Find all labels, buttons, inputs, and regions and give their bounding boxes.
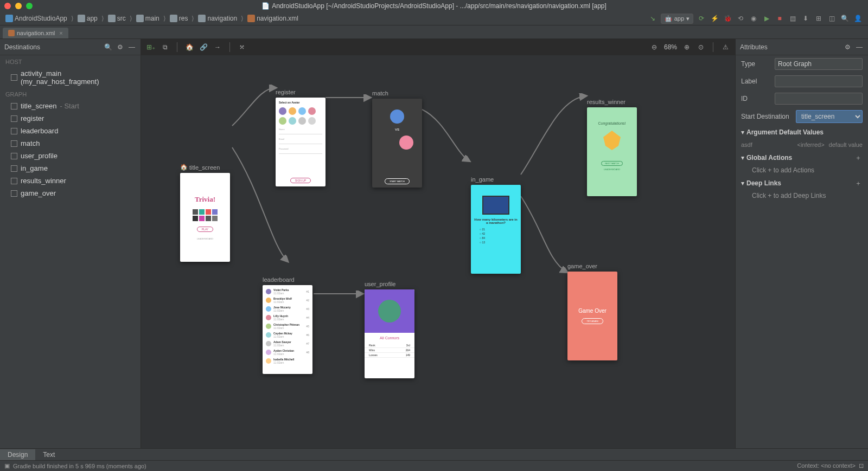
dest-game-over[interactable]: game_over Game Over TRY AGAIN <box>567 263 617 360</box>
start-destination-select[interactable]: title_screen <box>796 110 863 123</box>
statusbar: ▣Gradle build finished in 5 s 969 ms (mo… <box>0 460 868 471</box>
graph-item-game-over[interactable]: game_over <box>0 187 141 199</box>
auto-arrange-icon[interactable]: ⤱ <box>238 43 246 51</box>
tab-label: navigation.xml <box>17 30 55 36</box>
context-label[interactable]: Context: <no context> <box>797 462 856 469</box>
attr-type: Type <box>736 55 868 73</box>
window-title: 📄AndroidStudioApp [~/AndroidStudioProjec… <box>261 2 607 10</box>
stop-icon[interactable]: ■ <box>775 14 784 23</box>
type-input <box>775 58 863 70</box>
sdk-icon[interactable]: ⬇ <box>801 14 810 23</box>
destinations-header: Destinations 🔍 ⚙ — <box>0 39 141 55</box>
label-input[interactable] <box>775 75 863 87</box>
nested-graph-icon[interactable]: ⧉ <box>161 43 169 51</box>
zoom-out-icon[interactable]: ⊖ <box>650 43 659 51</box>
dest-leaderboard[interactable]: leaderboard Violet Parks11:02am#1Brookly… <box>263 276 312 374</box>
titlebar: 📄AndroidStudioApp [~/AndroidStudioProjec… <box>0 0 868 12</box>
hide-attributes-icon[interactable]: — <box>855 43 864 51</box>
dest-register[interactable]: register Select an Avatar Name Email Pas… <box>276 89 326 186</box>
action-icon[interactable]: → <box>213 43 222 51</box>
close-tab-icon[interactable]: × <box>59 30 62 36</box>
close-window[interactable] <box>4 3 11 9</box>
gear-icon[interactable]: ⚙ <box>116 43 124 51</box>
section-argdef[interactable]: Argument Default Values <box>736 126 868 139</box>
graph-item-results-winner[interactable]: results_winner <box>0 175 141 187</box>
home-icon[interactable]: 🏠 <box>185 43 194 51</box>
attr-start: Start Destinationtitle_screen <box>736 107 868 126</box>
attributes-header: Attributes ⚙ — <box>736 39 868 55</box>
crumb-src[interactable]: src <box>108 15 126 22</box>
add-destination-icon[interactable]: ⊞₊ <box>146 43 155 51</box>
search-icon[interactable]: 🔍 <box>840 14 850 23</box>
sync-icon[interactable]: ⟳ <box>697 14 706 23</box>
xml-icon <box>8 30 15 36</box>
section-global-actions[interactable]: Global Actions＋ <box>736 151 868 165</box>
crumb-res[interactable]: res <box>170 15 188 22</box>
run-icon[interactable]: ⚡ <box>710 14 719 23</box>
crumb-app[interactable]: app <box>78 15 98 22</box>
graph-item-user-profile[interactable]: user_profile <box>0 150 141 162</box>
window-controls <box>4 3 33 9</box>
search-destinations-icon[interactable]: 🔍 <box>104 43 112 51</box>
graph-item-leaderboard[interactable]: leaderboard <box>0 125 141 137</box>
warnings-icon[interactable]: ⚠ <box>721 43 730 51</box>
dest-match[interactable]: match VS START MATCH <box>372 90 422 188</box>
canvas: ⊞₊ ⧉ 🏠 🔗 → ⤱ ⊖ 68% ⊕ ⊙ ⚠ <box>141 39 735 448</box>
maximize-window[interactable] <box>26 3 33 9</box>
crumb-file[interactable]: navigation.xml <box>247 15 298 22</box>
graph-item-register[interactable]: register <box>0 112 141 125</box>
add-action-icon[interactable]: ＋ <box>854 153 863 162</box>
attr-id: ID <box>736 90 868 107</box>
add-deeplink-icon[interactable]: ＋ <box>854 179 863 188</box>
tab-navigation-xml[interactable]: navigation.xml × <box>3 28 68 38</box>
attr-label: Label <box>736 73 868 90</box>
crumb-navigation[interactable]: navigation <box>198 15 237 22</box>
attach-icon[interactable]: ▶ <box>762 14 771 23</box>
tab-text[interactable]: Text <box>35 449 62 460</box>
profiler-icon[interactable]: ⟲ <box>736 14 745 23</box>
goto-icon[interactable]: ⊡ <box>859 462 864 469</box>
argdef-header-row: asdf<inferred>default value <box>736 139 868 151</box>
graph-item-match[interactable]: match <box>0 137 141 150</box>
crumb-main[interactable]: main <box>136 15 159 22</box>
home-icon: 🏠 <box>180 164 188 171</box>
dest-user-profile[interactable]: user_profile Ali Connors Rank3rd Wins264… <box>365 281 414 378</box>
dest-title-screen[interactable]: 🏠title_screen Trivia! PLAY LEADERBOARD <box>180 164 230 262</box>
nav-canvas[interactable]: 🏠title_screen Trivia! PLAY LEADERBOARD r… <box>141 55 735 448</box>
coverage-icon[interactable]: ◉ <box>749 14 758 23</box>
zoom-fit-icon[interactable]: ⊙ <box>697 43 705 51</box>
destinations-panel: Destinations 🔍 ⚙ — HOST activity_main (m… <box>0 39 141 448</box>
debug-icon[interactable]: 🐞 <box>723 14 732 23</box>
graph-item-in-game[interactable]: in_game <box>0 162 141 175</box>
crumb-project[interactable]: AndroidStudioApp <box>5 15 67 22</box>
structure-icon[interactable]: ⊞ <box>814 14 824 23</box>
avd-icon[interactable]: ▤ <box>788 14 797 23</box>
minimize-window[interactable] <box>15 3 22 9</box>
settings-icon[interactable]: ⚙ <box>843 43 852 51</box>
breadcrumb: AndroidStudioApp app src main res naviga… <box>5 15 298 22</box>
build-icon[interactable]: ↘ <box>648 14 658 23</box>
main-toolbar: ↘ 🤖app ▾ ⟳ ⚡ 🐞 ⟲ ◉ ▶ ■ ▤ ⬇ ⊞ ◫ 🔍 👤 <box>648 14 863 24</box>
status-message: Gradle build finished in 5 s 969 ms (mom… <box>13 463 146 469</box>
destinations-title: Destinations <box>4 43 40 51</box>
section-deep-links[interactable]: Deep Links＋ <box>736 176 868 190</box>
canvas-toolbar: ⊞₊ ⧉ 🏠 🔗 → ⤱ ⊖ 68% ⊕ ⊙ ⚠ <box>141 39 735 55</box>
host-item[interactable]: activity_main (my_nav_host_fragment) <box>0 67 141 88</box>
hide-panel-icon[interactable]: — <box>127 43 136 51</box>
run-config-select[interactable]: 🤖app ▾ <box>661 14 693 24</box>
event-log-icon[interactable]: ▣ <box>4 462 10 469</box>
resource-icon[interactable]: ◫ <box>827 14 837 23</box>
zoom-in-icon[interactable]: ⊕ <box>682 43 691 51</box>
tab-design[interactable]: Design <box>0 449 35 460</box>
graph-section-label: GRAPH <box>0 88 141 100</box>
link-icon[interactable]: 🔗 <box>199 43 208 51</box>
dest-in-game[interactable]: in_game How many kilometers are in a mar… <box>471 176 521 274</box>
deep-hint: Click + to add Deep Links <box>736 190 868 202</box>
id-input[interactable] <box>775 93 863 105</box>
zoom-level: 68% <box>664 43 677 51</box>
graph-item-title-screen[interactable]: title_screen - Start <box>0 100 141 112</box>
user-icon[interactable]: 👤 <box>853 14 863 23</box>
global-hint: Click + to add Actions <box>736 165 868 176</box>
editor-mode-tabs: Design Text <box>0 448 868 460</box>
dest-results-winner[interactable]: results_winner Congratulations! NEXT MAT… <box>587 99 637 196</box>
